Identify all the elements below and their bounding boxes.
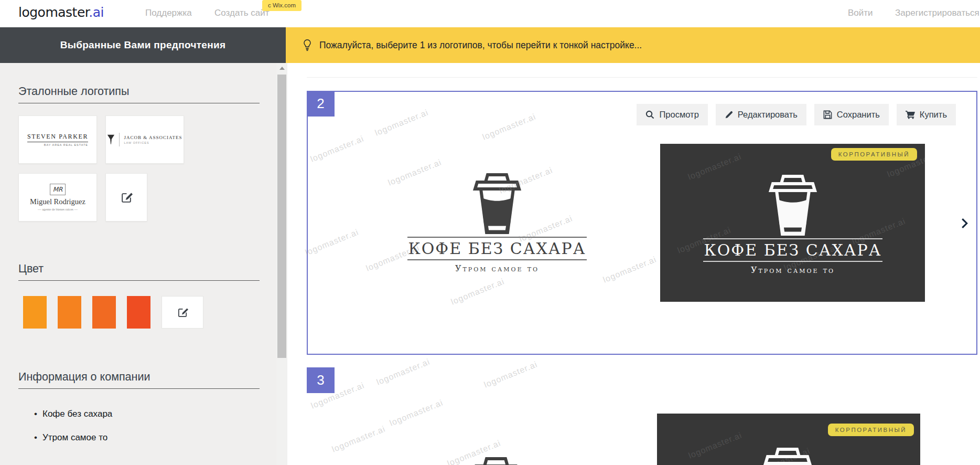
watermark: logomaster.ai	[375, 357, 432, 387]
watermark: logomaster.ai	[481, 112, 537, 142]
sidebar-scrollbar[interactable]	[276, 63, 287, 465]
company-info-title: Информация о компании	[18, 371, 260, 384]
color-swatch-2[interactable]	[58, 296, 81, 329]
reference-logo-tiles: STEVEN PARKER BAY AREA REAL ESTATE JACOB…	[18, 115, 260, 221]
watermark: logomaster.ai	[374, 108, 430, 138]
triangle-up-icon	[279, 67, 285, 70]
preview-button[interactable]: Просмотр	[637, 104, 707, 125]
logo-preview-light[interactable]	[468, 456, 524, 465]
edit-square-icon	[177, 307, 188, 318]
preferences-header: Выбранные Вами предпочтения	[0, 27, 286, 63]
logo-title: КОФЕ БЕЗ САХАРА	[704, 241, 882, 259]
watermark: logomaster.ai	[309, 134, 365, 164]
divider	[18, 103, 260, 103]
nav-support-link[interactable]: Поддержка	[145, 8, 192, 18]
nav-create-site-link[interactable]: Создать сайт	[214, 8, 270, 18]
floppy-icon	[823, 110, 832, 119]
watermark: logomaster.ai	[389, 398, 445, 428]
watermark: logomaster.ai	[687, 430, 744, 460]
chevron-right-icon	[961, 218, 968, 229]
reference-logo-name: JACOB & ASSOCIATES	[124, 135, 182, 140]
logo-subtitle: Утром самое то	[751, 265, 835, 275]
cart-icon	[906, 110, 915, 119]
reference-logo-name: STEVEN PARKER	[27, 133, 88, 142]
color-section-title: Цвет	[18, 262, 260, 276]
logo-rule	[703, 261, 882, 262]
preferences-sidebar: Эталонные логотипы STEVEN PARKER BAY ARE…	[0, 63, 276, 465]
logo-preview-light[interactable]: КОФЕ БЕЗ САХАРА Утром самое то	[407, 172, 587, 273]
reference-logo-tagline: BAY AREA REAL ESTATE	[27, 143, 88, 146]
divider	[18, 280, 260, 281]
logo-rule	[407, 259, 587, 260]
next-variant-button[interactable]	[961, 218, 968, 230]
coffee-cup-icon	[469, 172, 525, 236]
watermark: logomaster.ai	[483, 360, 539, 389]
brand-suffix: .ai	[89, 5, 104, 20]
hint-banner-text: Пожалуйста, выберите 1 из логотипов, что…	[319, 40, 642, 51]
coffee-cup-icon	[468, 456, 524, 465]
login-link[interactable]: Войти	[848, 8, 873, 18]
previous-card-edge	[307, 77, 977, 78]
logo-preview-dark[interactable]: КОРПОРАТИВНЫЙ logomaster.ai logomaster.a…	[657, 414, 920, 465]
divider	[18, 388, 260, 389]
funnel-mark-icon	[107, 134, 115, 145]
register-link[interactable]: Зарегистрироваться	[895, 8, 979, 18]
reference-logo-tagline: — agente de bienes raíces —	[30, 207, 85, 211]
logo-title: КОФЕ БЕЗ САХАРА	[408, 239, 586, 258]
color-swatch-3[interactable]	[92, 296, 116, 329]
logo-subtitle: Утром самое то	[455, 263, 539, 273]
logo-lockup-dark: КОФЕ БЕЗ САХАРА Утром самое то	[703, 173, 882, 275]
preferences-header-label: Выбранные Вами предпочтения	[60, 39, 226, 51]
logo-results-area: 2 Просмотр Редактировать Сохранить Купит…	[287, 63, 980, 465]
logo-card-2[interactable]: 2 Просмотр Редактировать Сохранить Купит…	[307, 91, 977, 355]
company-slogan-item: Утром самое то	[18, 432, 260, 443]
scrollbar-thumb[interactable]	[277, 75, 286, 358]
edit-square-icon	[121, 192, 133, 204]
reference-logo-jacob-associates[interactable]: JACOB & ASSOCIATES LAW OFFICES	[105, 115, 184, 164]
preview-button-label: Просмотр	[659, 110, 698, 120]
edit-reference-logos-button[interactable]	[105, 173, 147, 221]
top-navbar: logomaster.ai Поддержка Создать сайт с W…	[0, 0, 980, 28]
pencil-icon	[725, 111, 733, 119]
monogram: MR	[50, 184, 66, 195]
edit-button-label: Редактировать	[738, 110, 798, 120]
color-swatch-1[interactable]	[23, 296, 47, 329]
card-number-badge: 2	[307, 91, 335, 117]
variant-badge: КОРПОРАТИВНЫЙ	[828, 424, 914, 436]
scrollbar-up-button[interactable]	[276, 63, 287, 73]
divider	[119, 133, 120, 146]
coffee-cup-icon	[765, 173, 821, 237]
edit-colors-button[interactable]	[161, 296, 203, 329]
logo-rule	[703, 238, 882, 239]
watermark: logomaster.ai	[602, 255, 658, 284]
color-swatches	[23, 296, 260, 329]
color-swatch-4[interactable]	[127, 296, 150, 329]
reference-logo-miguel-rodriguez[interactable]: MR Miguel Rodriguez — agente de bienes r…	[18, 173, 97, 221]
brand-text: logomaster	[18, 5, 89, 20]
logo-card-3[interactable]: 3 КОРПОРАТИВНЫЙ	[307, 367, 977, 465]
buy-button[interactable]: Купить	[897, 104, 956, 125]
watermark: logomaster.ai	[304, 227, 360, 257]
watermark: logomaster.ai	[450, 277, 506, 307]
watermark: logomaster.ai	[331, 424, 387, 454]
company-name-item: Кофе без сахара	[18, 409, 260, 419]
coffee-cup-icon	[760, 446, 815, 465]
save-button-label: Сохранить	[837, 110, 880, 120]
reference-logos-title: Эталонные логотипы	[18, 85, 260, 98]
reference-logo-name: Miguel Rodriguez	[30, 197, 85, 206]
card-number-badge: 3	[307, 367, 335, 393]
wix-badge[interactable]: с Wix.com	[262, 0, 301, 11]
app-window: logomaster.ai Поддержка Создать сайт с W…	[0, 0, 980, 465]
logo-rule	[407, 237, 587, 238]
logo-preview-dark[interactable]: КОРПОРАТИВНЫЙ КОФЕ БЕЗ САХАРА	[660, 144, 925, 302]
lightbulb-icon	[303, 39, 311, 52]
reference-logo-steven-parker[interactable]: STEVEN PARKER BAY AREA REAL ESTATE	[18, 115, 97, 164]
company-info-list: Кофе без сахара Утром самое то	[18, 409, 260, 443]
buy-button-label: Купить	[920, 110, 947, 120]
reference-logo-tagline: LAW OFFICES	[124, 141, 182, 144]
variant-badge: КОРПОРАТИВНЫЙ	[831, 148, 917, 161]
logomaster-logo[interactable]: logomaster.ai	[18, 5, 104, 20]
edit-button[interactable]: Редактировать	[716, 104, 806, 125]
save-button[interactable]: Сохранить	[814, 104, 889, 125]
search-icon	[645, 110, 654, 119]
